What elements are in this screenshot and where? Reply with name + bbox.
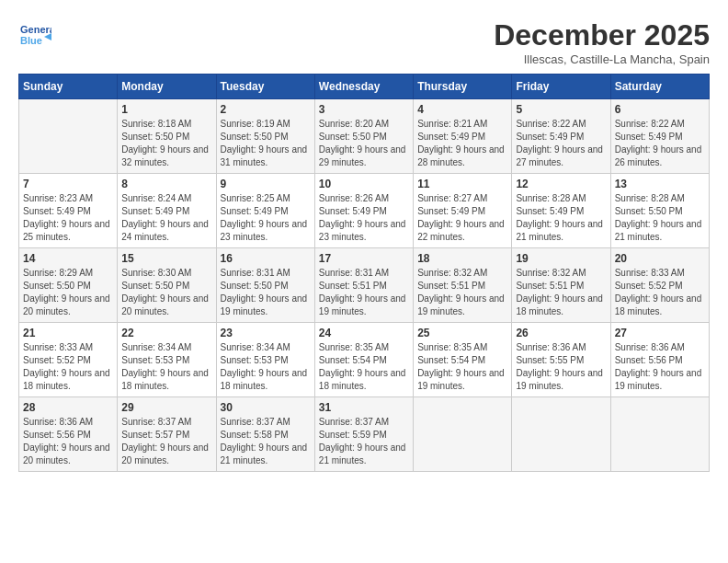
- calendar-cell: 7Sunrise: 8:23 AMSunset: 5:49 PMDaylight…: [19, 174, 118, 248]
- day-number: 2: [221, 103, 311, 116]
- day-info: Sunrise: 8:34 AMSunset: 5:53 PMDaylight:…: [221, 341, 311, 393]
- day-number: 4: [417, 103, 507, 116]
- day-number: 16: [221, 252, 311, 265]
- day-info: Sunrise: 8:36 AMSunset: 5:55 PMDaylight:…: [516, 341, 606, 393]
- calendar-cell: 6Sunrise: 8:22 AMSunset: 5:49 PMDaylight…: [610, 99, 709, 174]
- day-info: Sunrise: 8:37 AMSunset: 5:57 PMDaylight:…: [121, 416, 211, 467]
- day-info: Sunrise: 8:33 AMSunset: 5:52 PMDaylight:…: [23, 341, 113, 393]
- day-info: Sunrise: 8:32 AMSunset: 5:51 PMDaylight:…: [516, 267, 606, 318]
- calendar-cell: 25Sunrise: 8:35 AMSunset: 5:54 PMDayligh…: [414, 323, 512, 397]
- day-number: 23: [221, 327, 311, 339]
- day-info: Sunrise: 8:28 AMSunset: 5:49 PMDaylight:…: [516, 192, 606, 244]
- day-info: Sunrise: 8:24 AMSunset: 5:49 PMDaylight:…: [121, 192, 211, 244]
- day-info: Sunrise: 8:36 AMSunset: 5:56 PMDaylight:…: [615, 341, 705, 393]
- calendar-cell: 14Sunrise: 8:29 AMSunset: 5:50 PMDayligh…: [19, 248, 118, 323]
- day-number: 14: [23, 252, 113, 265]
- weekday-header: Friday: [512, 75, 610, 99]
- calendar-cell: 9Sunrise: 8:25 AMSunset: 5:49 PMDaylight…: [216, 174, 314, 248]
- weekday-header: Thursday: [414, 75, 512, 99]
- calendar-cell: 11Sunrise: 8:27 AMSunset: 5:49 PMDayligh…: [414, 174, 512, 248]
- day-number: 6: [615, 103, 705, 116]
- day-info: Sunrise: 8:35 AMSunset: 5:54 PMDaylight:…: [417, 341, 507, 393]
- day-number: 18: [417, 252, 507, 265]
- calendar-cell: 8Sunrise: 8:24 AMSunset: 5:49 PMDaylight…: [118, 174, 216, 248]
- day-info: Sunrise: 8:37 AMSunset: 5:59 PMDaylight:…: [319, 416, 409, 467]
- svg-text:General: General: [20, 24, 51, 35]
- calendar-cell: 18Sunrise: 8:32 AMSunset: 5:51 PMDayligh…: [414, 248, 512, 323]
- calendar-cell: 27Sunrise: 8:36 AMSunset: 5:56 PMDayligh…: [610, 323, 709, 397]
- day-number: 24: [319, 327, 409, 339]
- day-number: 19: [516, 252, 606, 265]
- day-info: Sunrise: 8:37 AMSunset: 5:58 PMDaylight:…: [221, 416, 311, 467]
- calendar-cell: [512, 397, 610, 472]
- day-number: 31: [319, 401, 409, 414]
- day-number: 28: [23, 401, 113, 414]
- calendar-cell: 22Sunrise: 8:34 AMSunset: 5:53 PMDayligh…: [118, 323, 216, 397]
- month-title: December 2025: [494, 18, 710, 52]
- day-info: Sunrise: 8:31 AMSunset: 5:50 PMDaylight:…: [221, 267, 311, 318]
- day-info: Sunrise: 8:30 AMSunset: 5:50 PMDaylight:…: [121, 267, 211, 318]
- day-number: 30: [221, 401, 311, 414]
- calendar-cell: 20Sunrise: 8:33 AMSunset: 5:52 PMDayligh…: [610, 248, 709, 323]
- calendar-cell: 19Sunrise: 8:32 AMSunset: 5:51 PMDayligh…: [512, 248, 610, 323]
- day-number: 7: [23, 178, 113, 190]
- day-number: 27: [615, 327, 705, 339]
- day-number: 13: [615, 178, 705, 190]
- day-info: Sunrise: 8:20 AMSunset: 5:50 PMDaylight:…: [319, 118, 409, 169]
- day-info: Sunrise: 8:19 AMSunset: 5:50 PMDaylight:…: [221, 118, 311, 169]
- logo: General Blue: [18, 18, 51, 52]
- calendar-cell: 10Sunrise: 8:26 AMSunset: 5:49 PMDayligh…: [314, 174, 413, 248]
- day-info: Sunrise: 8:31 AMSunset: 5:51 PMDaylight:…: [319, 267, 409, 318]
- day-number: 3: [319, 103, 409, 116]
- day-number: 9: [221, 178, 311, 190]
- day-info: Sunrise: 8:18 AMSunset: 5:50 PMDaylight:…: [121, 118, 211, 169]
- calendar-cell: 28Sunrise: 8:36 AMSunset: 5:56 PMDayligh…: [19, 397, 118, 472]
- day-number: 11: [417, 178, 507, 190]
- day-number: 26: [516, 327, 606, 339]
- calendar-cell: 2Sunrise: 8:19 AMSunset: 5:50 PMDaylight…: [216, 99, 314, 174]
- calendar-cell: 5Sunrise: 8:22 AMSunset: 5:49 PMDaylight…: [512, 99, 610, 174]
- calendar-cell: 26Sunrise: 8:36 AMSunset: 5:55 PMDayligh…: [512, 323, 610, 397]
- calendar-cell: 29Sunrise: 8:37 AMSunset: 5:57 PMDayligh…: [118, 397, 216, 472]
- day-info: Sunrise: 8:29 AMSunset: 5:50 PMDaylight:…: [23, 267, 113, 318]
- day-number: 25: [417, 327, 507, 339]
- calendar-cell: 30Sunrise: 8:37 AMSunset: 5:58 PMDayligh…: [216, 397, 314, 472]
- location-title: Illescas, Castille-La Mancha, Spain: [494, 52, 710, 66]
- day-number: 5: [516, 103, 606, 116]
- weekday-header: Sunday: [19, 75, 118, 99]
- calendar-cell: 31Sunrise: 8:37 AMSunset: 5:59 PMDayligh…: [314, 397, 413, 472]
- calendar-cell: 21Sunrise: 8:33 AMSunset: 5:52 PMDayligh…: [19, 323, 118, 397]
- day-info: Sunrise: 8:36 AMSunset: 5:56 PMDaylight:…: [23, 416, 113, 467]
- weekday-header: Wednesday: [314, 75, 413, 99]
- calendar-cell: 23Sunrise: 8:34 AMSunset: 5:53 PMDayligh…: [216, 323, 314, 397]
- day-info: Sunrise: 8:33 AMSunset: 5:52 PMDaylight:…: [615, 267, 705, 318]
- calendar-cell: 4Sunrise: 8:21 AMSunset: 5:49 PMDaylight…: [414, 99, 512, 174]
- day-info: Sunrise: 8:21 AMSunset: 5:49 PMDaylight:…: [417, 118, 507, 169]
- day-info: Sunrise: 8:28 AMSunset: 5:50 PMDaylight:…: [615, 192, 705, 244]
- day-number: 20: [615, 252, 705, 265]
- day-number: 12: [516, 178, 606, 190]
- calendar-cell: [19, 99, 118, 174]
- calendar-cell: [610, 397, 709, 472]
- day-info: Sunrise: 8:22 AMSunset: 5:49 PMDaylight:…: [615, 118, 705, 169]
- day-info: Sunrise: 8:23 AMSunset: 5:49 PMDaylight:…: [23, 192, 113, 244]
- logo-icon: General Blue: [18, 18, 51, 52]
- day-number: 17: [319, 252, 409, 265]
- day-info: Sunrise: 8:25 AMSunset: 5:49 PMDaylight:…: [221, 192, 311, 244]
- day-number: 8: [121, 178, 211, 190]
- svg-text:Blue: Blue: [20, 35, 42, 46]
- calendar-cell: 13Sunrise: 8:28 AMSunset: 5:50 PMDayligh…: [610, 174, 709, 248]
- day-number: 10: [319, 178, 409, 190]
- calendar-cell: 17Sunrise: 8:31 AMSunset: 5:51 PMDayligh…: [314, 248, 413, 323]
- day-number: 22: [121, 327, 211, 339]
- calendar-cell: 3Sunrise: 8:20 AMSunset: 5:50 PMDaylight…: [314, 99, 413, 174]
- day-info: Sunrise: 8:22 AMSunset: 5:49 PMDaylight:…: [516, 118, 606, 169]
- calendar-cell: 12Sunrise: 8:28 AMSunset: 5:49 PMDayligh…: [512, 174, 610, 248]
- weekday-header: Tuesday: [216, 75, 314, 99]
- day-number: 15: [121, 252, 211, 265]
- day-info: Sunrise: 8:34 AMSunset: 5:53 PMDaylight:…: [121, 341, 211, 393]
- title-section: December 2025 Illescas, Castille-La Manc…: [494, 18, 710, 66]
- day-info: Sunrise: 8:32 AMSunset: 5:51 PMDaylight:…: [417, 267, 507, 318]
- weekday-header: Saturday: [610, 75, 709, 99]
- day-info: Sunrise: 8:27 AMSunset: 5:49 PMDaylight:…: [417, 192, 507, 244]
